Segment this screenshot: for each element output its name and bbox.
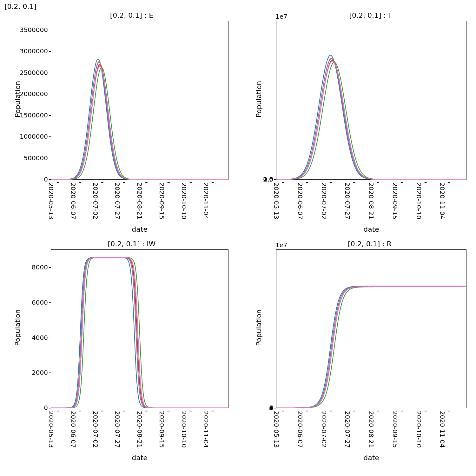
x-tick: 2020-05-13 <box>47 411 55 448</box>
x-tick: 2020-08-21 <box>136 182 143 219</box>
y-tick: 3000000 <box>20 47 48 55</box>
x-tick: 2020-09-15 <box>158 411 166 448</box>
x-tick: 2020-09-15 <box>391 411 399 448</box>
x-tick: 2020-06-07 <box>69 411 77 448</box>
series-line <box>276 61 466 179</box>
x-tick: 2020-05-13 <box>47 182 55 219</box>
subplot-E: [0.2, 0.1] : E 0500000100000015000002000… <box>0 10 238 238</box>
x-tick: 2020-10-10 <box>180 411 188 448</box>
x-tick: 2020-07-27 <box>344 182 351 219</box>
y-tick: 1000000 <box>20 133 48 140</box>
x-tick: 2020-07-02 <box>92 182 99 219</box>
x-ticks-R: 2020-05-132020-06-072020-07-022020-07-27… <box>276 408 466 459</box>
series-line <box>276 60 466 179</box>
series-line <box>51 62 228 179</box>
x-ticks-IW: 2020-05-132020-06-072020-07-022020-07-27… <box>51 408 228 459</box>
axes-E: 0500000100000015000002000000250000030000… <box>51 21 228 180</box>
series-line <box>276 287 466 408</box>
x-tick: 2020-06-07 <box>296 182 304 219</box>
title-R: [0.2, 0.1] : R <box>251 240 476 248</box>
x-tick: 2020-11-04 <box>439 411 446 448</box>
x-tick: 2020-10-10 <box>415 182 423 219</box>
x-tick: 2020-07-27 <box>344 411 351 448</box>
x-tick: 2020-08-21 <box>136 411 143 448</box>
x-tick: 2020-11-04 <box>439 182 446 219</box>
axes-R: 0123456 2020-05-132020-06-072020-07-0220… <box>276 249 466 408</box>
x-tick: 2020-05-13 <box>273 182 280 219</box>
series-line <box>276 58 466 179</box>
y-tick: 1500000 <box>20 111 48 119</box>
x-tick: 2020-10-10 <box>180 182 188 219</box>
y-tick: 2000000 <box>20 90 48 98</box>
x-tick: 2020-05-13 <box>273 411 280 448</box>
y-label-R: Population <box>255 309 263 346</box>
series-line <box>51 59 228 179</box>
x-tick: 2020-07-02 <box>92 411 99 448</box>
series-line <box>276 55 466 179</box>
y-tick: 0 <box>44 404 48 412</box>
lines-R <box>276 250 466 408</box>
x-label-I: date <box>276 225 466 233</box>
x-tick: 2020-07-02 <box>320 182 328 219</box>
y-label-E: Population <box>14 81 22 118</box>
y-label-I: Population <box>255 81 263 118</box>
subplot-grid: [0.2, 0.1] : E 0500000100000015000002000… <box>0 10 476 466</box>
series-line <box>276 287 466 408</box>
lines-E <box>51 21 228 179</box>
x-label-R: date <box>276 454 466 462</box>
series-line <box>51 64 228 179</box>
y-tick: 2000 <box>32 369 48 376</box>
x-tick: 2020-07-27 <box>114 411 121 448</box>
y-tick: 3500000 <box>20 26 48 34</box>
series-line <box>276 286 466 408</box>
x-tick: 2020-08-21 <box>367 411 375 448</box>
series-line <box>276 286 466 408</box>
y-tick: 500000 <box>24 154 48 162</box>
lines-I <box>276 21 466 179</box>
y-tick: 4000 <box>32 334 48 341</box>
series-line <box>276 286 466 408</box>
series-line <box>276 59 466 179</box>
x-tick: 2020-07-27 <box>114 182 121 219</box>
figure: [0.2, 0.1] [0.2, 0.1] : E 05000001000000… <box>0 0 476 476</box>
subplot-I: 1e7 [0.2, 0.1] : I 0.00.51.01.52.02.5 20… <box>238 10 476 238</box>
x-tick: 2020-09-15 <box>391 182 399 219</box>
y-tick: 6000 <box>32 299 48 306</box>
x-tick: 2020-11-04 <box>202 411 210 448</box>
y-tick: 2.5 <box>263 175 273 183</box>
x-ticks-E: 2020-05-132020-06-072020-07-022020-07-27… <box>51 179 228 230</box>
series-line <box>276 287 466 408</box>
y-tick: 0 <box>44 175 48 183</box>
lines-IW <box>51 250 228 408</box>
y-label-IW: Population <box>14 309 22 346</box>
x-tick: 2020-11-04 <box>202 182 210 219</box>
series-line <box>51 66 228 179</box>
y-tick: 6 <box>269 404 273 412</box>
series-line <box>276 61 466 179</box>
y-tick: 2500000 <box>20 69 48 76</box>
x-tick: 2020-07-02 <box>320 411 328 448</box>
y-tick: 8000 <box>32 263 48 271</box>
axes-I: 0.00.51.01.52.02.5 2020-05-132020-06-072… <box>276 21 466 180</box>
series-line <box>51 65 228 179</box>
title-IW: [0.2, 0.1] : IW <box>13 240 251 248</box>
series-line <box>51 62 228 180</box>
x-tick: 2020-09-15 <box>158 182 166 219</box>
x-tick: 2020-06-07 <box>69 182 77 219</box>
title-E: [0.2, 0.1] : E <box>13 11 251 19</box>
x-tick: 2020-08-21 <box>367 182 375 219</box>
x-label-IW: date <box>51 454 228 462</box>
subplot-IW: [0.2, 0.1] : IW 02000400060008000 2020-0… <box>0 238 238 466</box>
series-line <box>276 62 466 179</box>
x-tick: 2020-10-10 <box>415 411 423 448</box>
x-tick: 2020-06-07 <box>296 411 304 448</box>
series-line <box>276 287 466 408</box>
title-I: [0.2, 0.1] : I <box>251 11 476 19</box>
axes-IW: 02000400060008000 2020-05-132020-06-0720… <box>51 249 228 408</box>
x-ticks-I: 2020-05-132020-06-072020-07-022020-07-27… <box>276 179 466 230</box>
series-line <box>51 67 228 179</box>
x-label-E: date <box>51 225 228 233</box>
subplot-R: 1e7 [0.2, 0.1] : R 0123456 2020-05-13202… <box>238 238 476 466</box>
